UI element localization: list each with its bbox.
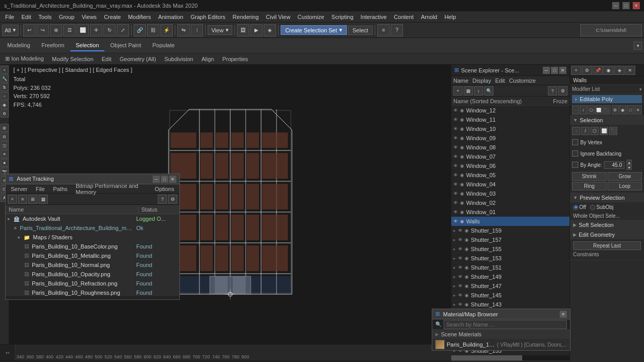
viewport-lighting-btn[interactable]: ☀ (1, 150, 9, 158)
preview-selection-title[interactable]: ▼ Preview Selection (570, 193, 644, 202)
scale-button[interactable]: ⤢ (117, 24, 129, 36)
loop-btn[interactable]: Loop (608, 182, 642, 190)
scene-item-shutter159[interactable]: ▸ 👁 ◉ Shutter_159 (451, 226, 569, 235)
link-button[interactable]: 🔗 (134, 24, 146, 36)
material-editor-button[interactable]: ◈ (264, 24, 276, 36)
scene-exp-btn[interactable]: ⊞ (1, 124, 9, 132)
asset-help-btn[interactable]: ? (158, 195, 167, 204)
se-menu-edit[interactable]: Edit (495, 78, 505, 84)
asset-item-maps[interactable]: ▸ 📁 Maps / Shaders (6, 233, 179, 242)
asset-minimize-btn[interactable]: ─ (153, 176, 160, 183)
render-setup-button[interactable]: 🖼 (237, 24, 249, 36)
utilities-panel-btn[interactable]: ⚙ (1, 109, 9, 118)
select-region-button[interactable]: ⬜ (77, 24, 89, 36)
se-menu-name[interactable]: Name (453, 78, 468, 84)
rotate-button[interactable]: ↻ (103, 24, 116, 36)
tab-selection[interactable]: Selection (70, 40, 104, 51)
se-help-btn[interactable]: ? (548, 86, 557, 96)
scene-item-window11[interactable]: 👁 ◉ Window_11 (451, 115, 569, 124)
scene-item-shutter153[interactable]: ▸ 👁 ◉ Shutter_153 (451, 254, 569, 263)
element-mode-btn[interactable]: ⬛ (603, 105, 610, 115)
modify-panel-btn[interactable]: 🔧 (1, 74, 9, 83)
mat-search-input[interactable] (444, 320, 567, 329)
se-minimize-button[interactable]: ─ (543, 67, 550, 74)
viewport-shading-btn[interactable]: ◫ (1, 141, 9, 149)
preview-subobj-option[interactable]: SubObj (590, 204, 613, 210)
edge-sel-btn[interactable]: / (581, 127, 590, 135)
ring-btn[interactable]: Ring (572, 182, 606, 190)
se-restore-button[interactable]: □ (551, 67, 558, 74)
angle-up-btn[interactable]: ▲ (627, 160, 632, 165)
asset-menu-server[interactable]: Server (8, 185, 30, 193)
asset-filter-btn[interactable]: ▦ (39, 195, 48, 204)
viewport-quality-btn[interactable]: ★ (1, 159, 9, 167)
view-dropdown[interactable]: View ▾ (208, 25, 232, 35)
asset-list-btn[interactable]: ≡ (18, 195, 27, 204)
scene-item-shutter149[interactable]: ▸ 👁 ◉ Shutter_149 (451, 272, 569, 281)
motion-panel-btn[interactable]: ○ (1, 92, 9, 100)
edit-geometry-title[interactable]: ▶ Edit Geometry (570, 230, 644, 239)
asset-restore-btn[interactable]: □ (161, 176, 168, 183)
scene-item-window01[interactable]: 👁 ◉ Window_01 (451, 207, 569, 217)
create-panel-btn[interactable]: + (1, 66, 9, 74)
by-angle-checkbox[interactable] (572, 162, 578, 168)
timeline-ruler[interactable]: 340 360 380 400 420 440 460 480 500 520 … (15, 345, 451, 360)
timeline[interactable]: ↤ 340 360 380 400 420 440 460 480 500 52… (0, 344, 451, 360)
soft-selection-title[interactable]: ▶ Soft Selection (570, 220, 644, 230)
se-menu-customize[interactable]: Customize (509, 78, 536, 84)
preview-subobj-radio[interactable] (590, 205, 595, 210)
create-selection-set-button[interactable]: Create Selection Set ▾ (281, 25, 347, 35)
vertex-mode-btn[interactable]: · (572, 105, 579, 115)
scene-item-window04[interactable]: 👁 ◉ Window_04 (451, 180, 569, 189)
configure-btn[interactable]: ⚙ (582, 66, 592, 75)
menu-content[interactable]: Content (391, 13, 417, 21)
settings-btn[interactable]: ⚙ (612, 105, 619, 115)
angle-down-btn[interactable]: ▼ (627, 165, 632, 170)
ignore-backfacing-checkbox[interactable] (572, 150, 578, 157)
se-find-btn[interactable]: 🔍 (484, 86, 493, 96)
asset-add-btn[interactable]: + (8, 195, 17, 204)
render-button[interactable]: ▶ (250, 24, 263, 36)
menu-group[interactable]: Group (56, 13, 78, 21)
add-modifier-btn[interactable]: + (571, 66, 581, 75)
tab-freeform[interactable]: Freeform (36, 40, 70, 51)
close-button[interactable]: ✕ (633, 2, 640, 9)
menu-create[interactable]: Create (101, 13, 124, 21)
asset-menu-options[interactable]: Options (152, 185, 177, 193)
scene-item-shutter151[interactable]: ▸ 👁 ◉ Shutter_151 (451, 263, 569, 272)
scene-item-window03[interactable]: 👁 ◉ Window_03 (451, 189, 569, 198)
asset-item-normal[interactable]: 🖼 Paris_Building_10_Normal.png Found (6, 260, 179, 270)
scene-item-walls[interactable]: 👁 ◉ Walls (451, 217, 569, 226)
undo-button[interactable]: ↩ (23, 24, 35, 36)
close-modifier-btn[interactable]: ✕ (635, 105, 642, 115)
preview-off-option[interactable]: Off (573, 204, 586, 210)
select-by-name-button[interactable]: ☰ (63, 24, 76, 36)
maximize-button[interactable]: □ (622, 2, 630, 9)
menu-rendering[interactable]: Rendering (230, 13, 262, 21)
menu-edit[interactable]: Edit (19, 13, 34, 21)
ribbon-geometry-all[interactable]: Geometry (All) (117, 55, 159, 63)
show-end-result-btn[interactable]: ◉ (603, 66, 614, 75)
scene-scrollbar-thumb[interactable] (451, 355, 522, 360)
hierarchy-panel-btn[interactable]: ⇅ (1, 83, 9, 91)
bind-space-warp[interactable]: ⚡ (160, 24, 173, 36)
angle-value[interactable]: 45.0 (604, 161, 624, 169)
scene-item-window07[interactable]: 👁 ◉ Window_07 (451, 152, 569, 161)
poly-sel-btn[interactable]: ⬜ (600, 127, 608, 135)
se-close-button[interactable]: ✕ (559, 67, 566, 74)
scene-item-shutter147[interactable]: ▸ 👁 ◉ Shutter_147 (451, 281, 569, 291)
asset-menu-paths[interactable]: Paths (50, 185, 70, 193)
minimize-button[interactable]: ─ (612, 2, 619, 9)
asset-menu-file[interactable]: File (32, 185, 48, 193)
ribbon-properties[interactable]: Properties (219, 55, 251, 63)
edge-mode-btn[interactable]: / (580, 105, 587, 115)
mat-close-btn[interactable]: ✕ (560, 311, 567, 318)
scene-item-shutter143[interactable]: ▸ 👁 ◉ Shutter_143 (451, 300, 569, 309)
se-menu-display[interactable]: Display (472, 78, 491, 84)
select-button[interactable]: Select (348, 26, 373, 35)
menu-customize[interactable]: Customize (295, 13, 327, 21)
selection-section-title[interactable]: ▼ Selection (570, 116, 644, 125)
element-sel-btn[interactable]: ⬛ (609, 127, 617, 135)
asset-scrollbar[interactable] (6, 296, 179, 299)
make-unique-btn[interactable]: ◈ (614, 66, 624, 75)
